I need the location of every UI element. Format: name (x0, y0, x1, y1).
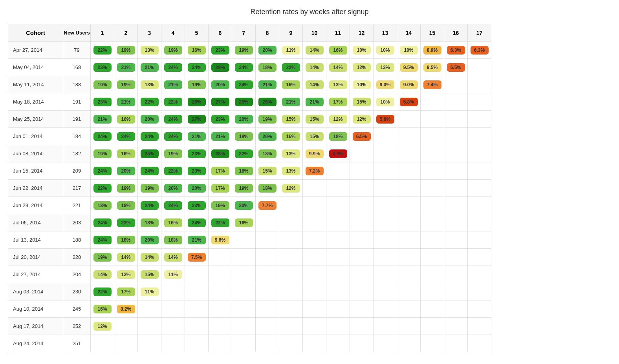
empty-cell (397, 111, 421, 128)
rate-badge: 14% (306, 63, 324, 72)
rate-badge: 24% (141, 201, 159, 210)
week-header-1: 1 (91, 24, 114, 42)
rate-badge: 13% (329, 80, 347, 89)
empty-cell (350, 231, 374, 249)
rate-badge: 7.5% (188, 253, 206, 262)
empty-cell (374, 231, 397, 249)
cohort-table-container: Cohort New Users 12345678910111213141516… (8, 24, 611, 352)
rate-cell: 15% (350, 93, 374, 111)
rate-cell: 16% (326, 42, 350, 59)
empty-cell (444, 197, 468, 214)
week-header-13: 13 (374, 24, 397, 42)
rate-cell: 19% (138, 180, 161, 197)
rate-cell: 27% (185, 111, 209, 128)
empty-cell (397, 335, 421, 352)
rate-cell: 15% (138, 266, 161, 283)
rate-cell: 20% (232, 197, 256, 214)
rate-cell: 18% (138, 214, 161, 231)
empty-cell (468, 231, 491, 249)
empty-cell (138, 318, 161, 335)
rate-badge: 23% (188, 167, 206, 175)
rate-cell: 13% (138, 42, 161, 59)
rate-badge: 23% (211, 46, 229, 55)
empty-cell (209, 283, 232, 300)
empty-cell (397, 318, 421, 335)
rate-badge: 19% (93, 80, 112, 89)
empty-cell (350, 335, 374, 352)
empty-cell (326, 249, 350, 266)
rate-cell: 24% (138, 128, 161, 145)
rate-badge: 9.9% (306, 149, 324, 158)
rate-cell: 22% (279, 59, 303, 76)
rate-cell: 21% (138, 59, 161, 76)
empty-cell (350, 266, 374, 283)
rate-badge: 24% (93, 132, 112, 141)
rate-badge: 18% (117, 236, 135, 244)
rate-badge: 24% (117, 132, 135, 141)
week-header-3: 3 (138, 24, 161, 42)
rate-badge: 16% (164, 218, 182, 227)
rate-badge: 12% (353, 115, 371, 124)
rate-cell: 7.4% (421, 76, 444, 93)
empty-cell (468, 318, 491, 335)
rate-badge: 14% (93, 270, 112, 279)
rate-badge: 17% (117, 288, 135, 296)
empty-cell (468, 111, 491, 128)
rate-cell: 17% (326, 93, 350, 111)
table-row: May 18, 201419123%21%22%22%26%27%29%26%2… (8, 93, 491, 111)
rate-badge: 21% (117, 63, 135, 72)
rate-cell: 20% (256, 42, 279, 59)
rate-badge: 18% (164, 236, 182, 244)
empty-cell (421, 214, 444, 231)
rate-badge: 24% (235, 80, 253, 89)
rate-cell: 23% (185, 197, 209, 214)
new-users-value: 221 (63, 197, 91, 214)
new-users-value: 251 (63, 335, 91, 352)
empty-cell (421, 162, 444, 180)
rate-badge: 14% (164, 253, 182, 262)
new-users-value: 209 (63, 162, 91, 180)
empty-cell (232, 300, 256, 318)
empty-cell (326, 214, 350, 231)
new-users-value: 188 (63, 231, 91, 249)
rate-cell: 7.7% (256, 197, 279, 214)
new-users-value: 188 (63, 76, 91, 93)
empty-cell (256, 283, 279, 300)
rate-badge: 20% (211, 80, 229, 89)
new-users-value: 79 (63, 42, 91, 59)
empty-cell (397, 214, 421, 231)
cohort-header: Cohort (8, 24, 63, 42)
rate-badge: 21% (141, 63, 159, 72)
rate-badge: 24% (188, 218, 206, 227)
rate-cell: 4.9% (326, 145, 350, 162)
rate-cell: 6.3% (468, 42, 491, 59)
week-header-7: 7 (232, 24, 256, 42)
rate-badge: 21% (306, 98, 324, 106)
empty-cell (374, 145, 397, 162)
rate-cell: 24% (161, 111, 185, 128)
rate-cell: 9.6% (209, 231, 232, 249)
rate-cell: 7.5% (185, 249, 209, 266)
rate-badge: 20% (258, 46, 277, 55)
empty-cell (444, 162, 468, 180)
week-header-5: 5 (185, 24, 209, 42)
new-users-value: 204 (63, 266, 91, 283)
rate-cell: 9.5% (421, 59, 444, 76)
rate-badge: 24% (93, 218, 112, 227)
table-row: May 25, 201419121%16%20%24%27%23%20%19%1… (8, 111, 491, 128)
rate-cell: 24% (161, 59, 185, 76)
rate-badge: 18% (93, 201, 112, 210)
rate-cell: 19% (161, 42, 185, 59)
week-header-2: 2 (114, 24, 138, 42)
rate-badge: 23% (188, 201, 206, 210)
new-users-value: 217 (63, 180, 91, 197)
empty-cell (444, 300, 468, 318)
rate-cell: 21% (303, 93, 326, 111)
rate-cell: 28% (209, 145, 232, 162)
week-header-4: 4 (161, 24, 185, 42)
empty-cell (421, 180, 444, 197)
rate-badge: 24% (93, 167, 112, 175)
rate-cell: 11% (138, 283, 161, 300)
week-header-15: 15 (421, 24, 444, 42)
rate-cell: 19% (232, 42, 256, 59)
